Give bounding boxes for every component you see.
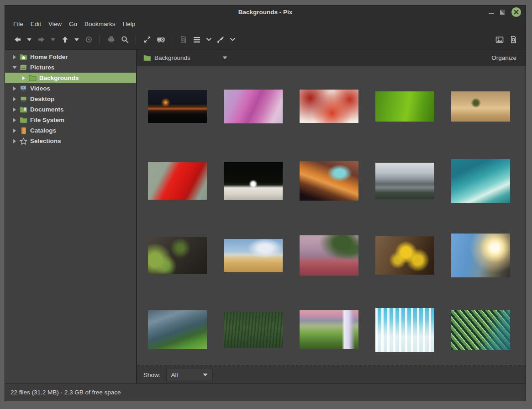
thumbnail-image[interactable] bbox=[451, 310, 510, 350]
menu-view[interactable]: View bbox=[48, 21, 62, 27]
folder-dropdown-chevron-icon[interactable] bbox=[222, 56, 227, 59]
expander-collapsed-icon[interactable] bbox=[11, 55, 18, 59]
toolbar-separator bbox=[136, 35, 136, 45]
forward-button[interactable] bbox=[36, 33, 47, 46]
sidebar-item-label: Home Folder bbox=[30, 53, 68, 60]
current-folder-button[interactable]: Backgrounds bbox=[143, 54, 227, 61]
sidebar-item-label: Pictures bbox=[30, 64, 54, 71]
sidebar-item-catalogs[interactable]: Catalogs bbox=[5, 125, 136, 136]
menu-bookmarks[interactable]: Bookmarks bbox=[84, 21, 116, 27]
maximize-button[interactable] bbox=[500, 10, 505, 15]
thumbnail-image[interactable] bbox=[224, 239, 283, 272]
desktop-icon bbox=[20, 96, 28, 103]
sidebar-item-label: Desktop bbox=[30, 96, 54, 102]
thumbnail-image[interactable] bbox=[375, 163, 434, 199]
thumbnail-image[interactable] bbox=[375, 236, 434, 275]
organize-button[interactable]: Organize bbox=[489, 53, 519, 63]
sidebar-item-label: Catalogs bbox=[30, 127, 56, 134]
expander-collapsed-icon[interactable] bbox=[11, 128, 18, 133]
thumbnail-image[interactable] bbox=[224, 90, 283, 123]
thumbnail-image[interactable] bbox=[375, 308, 434, 352]
thumbnail-row bbox=[148, 292, 526, 366]
sidebar-item-pictures[interactable]: Pictures bbox=[5, 62, 136, 73]
slideshow-button[interactable] bbox=[155, 33, 166, 46]
thumbnail-image[interactable] bbox=[148, 90, 207, 123]
sidebar-item-file-system[interactable]: File System bbox=[5, 115, 136, 125]
expander-collapsed-icon[interactable] bbox=[21, 76, 27, 80]
window-title: Backgrounds - Pix bbox=[5, 9, 526, 16]
forward-history-button[interactable] bbox=[49, 33, 57, 46]
expander-expanded-icon[interactable] bbox=[11, 66, 18, 69]
thumbnail-image[interactable] bbox=[224, 312, 283, 348]
folder-icon bbox=[143, 54, 151, 61]
search-icon bbox=[121, 36, 129, 43]
sidebar-item-selections[interactable]: Selections bbox=[5, 136, 136, 146]
toolbar-separator bbox=[172, 35, 172, 45]
thumbnail-image[interactable] bbox=[300, 161, 358, 201]
printer-icon bbox=[107, 36, 115, 43]
thumbnail-image[interactable] bbox=[300, 235, 358, 276]
menu-file[interactable]: File bbox=[13, 21, 23, 27]
search-button[interactable] bbox=[119, 33, 130, 46]
thumbnail-image[interactable] bbox=[451, 234, 510, 277]
menu-edit[interactable]: Edit bbox=[31, 21, 41, 27]
menu-go[interactable]: Go bbox=[69, 21, 77, 27]
thumbnail-image[interactable] bbox=[375, 91, 434, 122]
thumbnail-image[interactable] bbox=[148, 162, 207, 200]
sidebar-item-label: Selections bbox=[30, 138, 61, 144]
fullscreen-button[interactable] bbox=[142, 33, 153, 46]
thumbnail-image[interactable] bbox=[451, 159, 510, 203]
sidebar-item-label: Videos bbox=[30, 85, 50, 92]
view-list-chevron-button[interactable] bbox=[205, 33, 212, 46]
list-icon bbox=[193, 37, 200, 43]
stop-target-button[interactable] bbox=[83, 33, 94, 46]
fullscreen-icon bbox=[143, 36, 151, 43]
sidebar-item-desktop[interactable]: Desktop bbox=[5, 94, 136, 104]
sidebar-item-documents[interactable]: Documents bbox=[5, 104, 136, 115]
thumbnail-row bbox=[148, 218, 526, 292]
file-properties-button[interactable] bbox=[508, 33, 519, 46]
thumbnail-image[interactable] bbox=[300, 310, 358, 349]
tools-button[interactable] bbox=[215, 33, 226, 46]
expander-collapsed-icon[interactable] bbox=[11, 97, 18, 101]
star-icon bbox=[20, 138, 28, 145]
back-button[interactable] bbox=[12, 33, 23, 46]
up-arrow-icon bbox=[61, 36, 69, 43]
thumbnail-image[interactable] bbox=[148, 310, 207, 349]
expander-collapsed-icon[interactable] bbox=[11, 107, 18, 112]
thumbnail-image[interactable] bbox=[224, 162, 283, 200]
minimize-button[interactable] bbox=[489, 13, 494, 14]
catalogs-book-icon bbox=[20, 127, 28, 134]
show-filter-dropdown[interactable]: All bbox=[166, 369, 213, 381]
view-list-button[interactable] bbox=[191, 33, 202, 46]
chevron-down-icon bbox=[51, 38, 55, 41]
tools-chevron-button[interactable] bbox=[229, 33, 236, 46]
image-viewer-button[interactable] bbox=[494, 33, 505, 46]
show-label: Show: bbox=[143, 372, 161, 378]
thumbnail-image[interactable] bbox=[451, 91, 510, 122]
close-button[interactable] bbox=[511, 7, 521, 17]
sidebar-item-videos[interactable]: Videos bbox=[5, 83, 136, 94]
thumbnail-image[interactable] bbox=[148, 237, 207, 274]
titlebar[interactable]: Backgrounds - Pix bbox=[5, 5, 526, 18]
file-preview-button[interactable] bbox=[178, 33, 189, 46]
print-button[interactable] bbox=[105, 33, 116, 46]
maximize-icon bbox=[500, 10, 505, 15]
thumbnail-grid bbox=[137, 66, 526, 366]
back-history-button[interactable] bbox=[26, 33, 33, 46]
sidebar-item-backgrounds[interactable]: Backgrounds bbox=[5, 73, 136, 83]
videos-icon bbox=[20, 85, 28, 92]
folder-icon bbox=[29, 74, 37, 82]
up-button[interactable] bbox=[59, 33, 70, 46]
thumbnail-row bbox=[148, 143, 526, 218]
expander-collapsed-icon[interactable] bbox=[11, 139, 18, 143]
status-bar: 22 files (31.2 MB) · 2.3 GB of free spac… bbox=[5, 383, 526, 401]
thumbnail-image[interactable] bbox=[300, 90, 358, 123]
sidebar-item-home-folder[interactable]: Home Folder bbox=[5, 52, 136, 62]
expander-collapsed-icon[interactable] bbox=[11, 86, 18, 91]
up-history-button[interactable] bbox=[73, 33, 80, 46]
close-icon bbox=[514, 10, 519, 15]
forward-arrow-icon bbox=[37, 36, 45, 43]
expander-collapsed-icon[interactable] bbox=[11, 118, 18, 122]
menu-help[interactable]: Help bbox=[123, 21, 136, 27]
